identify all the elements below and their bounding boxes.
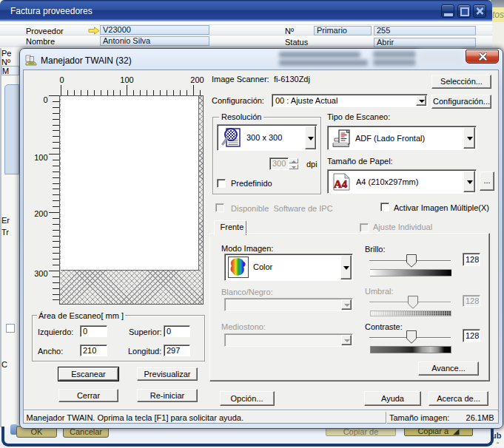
svg-text:A4: A4 xyxy=(334,178,348,190)
